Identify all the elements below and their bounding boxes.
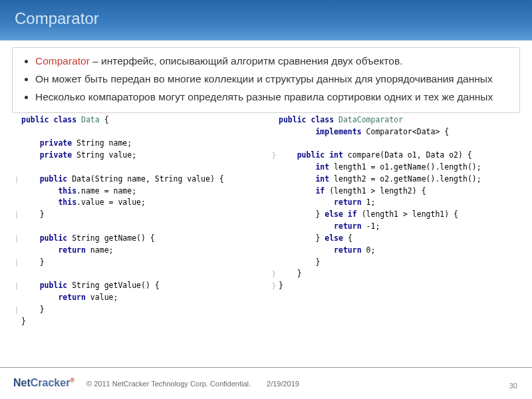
copyright: © 2011 NetCracker Technology Corp. Confi… <box>86 380 251 388</box>
bullet-1-rest: – интерфейс, описывающий алгоритм сравне… <box>90 55 403 66</box>
page-number: 30 <box>509 382 517 390</box>
logo-part-a: Net <box>13 378 31 389</box>
logo: NetCracker® <box>13 377 74 389</box>
bullet-3: Несколько компараторов могут определять … <box>35 90 509 104</box>
code-right: public class DataComparator implements C… <box>269 113 520 328</box>
bullet-panel: Comparator – интерфейс, описывающий алго… <box>12 47 520 113</box>
bullet-1-keyword: Comparator <box>35 55 90 66</box>
logo-part-b: Cracker <box>31 378 70 389</box>
bullet-2: Он может быть передан во многие коллекци… <box>35 72 509 86</box>
footer: NetCracker® © 2011 NetCracker Technology… <box>0 367 532 399</box>
footer-date: 2/19/2019 <box>267 380 299 388</box>
slide-header: Comparator <box>0 0 532 41</box>
bullet-list: Comparator – интерфейс, описывающий алго… <box>23 55 509 104</box>
slide-title: Comparator <box>15 9 99 27</box>
bullet-1: Comparator – интерфейс, описывающий алго… <box>35 55 509 68</box>
logo-sup: ® <box>70 377 74 384</box>
code-left: public class Data { private String name;… <box>12 113 263 328</box>
code-area: public class Data { private String name;… <box>12 113 520 328</box>
